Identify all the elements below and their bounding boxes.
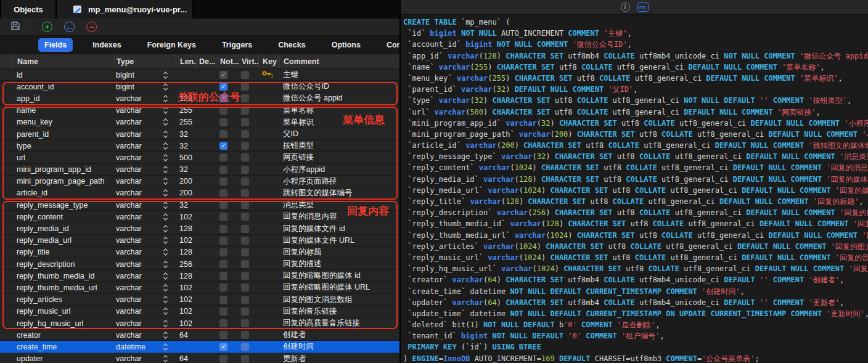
cell-comment[interactable]: 回复的音乐链接 [279, 306, 399, 317]
cell-field-type[interactable]: varchar [114, 224, 176, 233]
not-null-checkbox[interactable] [219, 237, 227, 245]
table-row[interactable]: mini_program_app_idvarchar32小程序appid [0, 164, 399, 176]
cell-comment[interactable]: 回复的描述 [279, 259, 399, 269]
cell-comment[interactable]: 创建者 [279, 330, 399, 340]
cell-field-type[interactable]: varchar [114, 283, 176, 292]
not-null-checkbox[interactable] [219, 166, 227, 174]
type-stepper-icon[interactable] [163, 307, 168, 316]
cell-field-type[interactable]: varchar [114, 331, 176, 340]
cell-length[interactable]: 32 [176, 142, 196, 150]
type-stepper-icon[interactable] [163, 248, 168, 256]
cell-comment[interactable]: 创建时间 [279, 341, 399, 352]
cell-comment[interactable]: 菜单标识 [279, 117, 399, 128]
virtual-checkbox[interactable] [241, 319, 249, 327]
cell-length[interactable]: 102 [176, 319, 196, 328]
type-stepper-icon[interactable] [163, 354, 168, 363]
cell-field-name[interactable]: reply_content [11, 213, 114, 221]
tab-triggers[interactable]: Triggers [216, 38, 258, 52]
cell-comment[interactable]: 跳转图文的媒体编号 [279, 188, 399, 198]
cell-comment[interactable]: 回复的图文消息数组 [279, 295, 399, 305]
cell-length[interactable]: 200 [176, 189, 196, 197]
cell-field-type[interactable]: bigint [114, 83, 176, 91]
cell-comment[interactable]: 网页链接 [279, 152, 399, 163]
cell-field-name[interactable]: id [11, 71, 114, 80]
table-row[interactable]: typevarchar32✓按钮类型 [0, 140, 399, 152]
virtual-checkbox[interactable] [241, 71, 249, 79]
not-null-checkbox[interactable] [219, 308, 227, 316]
virtual-checkbox[interactable] [241, 94, 249, 102]
cell-comment[interactable]: 父ID [279, 129, 399, 139]
cell-length[interactable]: 128 [176, 272, 196, 280]
column-header-de[interactable]: De... [196, 54, 218, 68]
table-row[interactable]: reply_music_urlvarchar102回复的音乐链接 [0, 306, 399, 317]
cell-field-name[interactable]: creator [11, 331, 114, 340]
not-null-checkbox[interactable] [219, 177, 227, 186]
cell-comment[interactable]: 回复的媒体文件 URL [279, 235, 399, 246]
not-null-checkbox[interactable]: ✓ [219, 71, 227, 79]
type-stepper-icon[interactable] [163, 189, 168, 197]
not-null-checkbox[interactable]: ✓ [219, 343, 227, 351]
cell-length[interactable]: 102 [176, 283, 196, 292]
cell-comment[interactable]: 按钮类型 [279, 141, 399, 151]
cell-length[interactable]: 64 [176, 331, 196, 340]
not-null-checkbox[interactable] [219, 130, 227, 138]
column-header-len[interactable]: Len... [176, 54, 196, 68]
table-row[interactable]: namevarchar255菜单名称 [0, 105, 399, 116]
cell-length[interactable]: 128 [176, 94, 196, 103]
virtual-checkbox[interactable] [241, 83, 249, 91]
not-null-checkbox[interactable]: ✓ [219, 83, 227, 91]
cell-field-name[interactable]: reply_thumb_media_url [11, 283, 114, 292]
table-row[interactable]: mini_program_page_pathvarchar200小程序页面路径 [0, 176, 399, 187]
cell-comment[interactable]: 回复的缩略图的媒体 URL [279, 282, 399, 293]
cell-length[interactable]: 128 [176, 248, 196, 256]
column-header-virt[interactable]: Virt... [239, 54, 258, 68]
insert-field-button[interactable]: ← [64, 22, 75, 32]
not-null-checkbox[interactable] [219, 260, 227, 268]
table-row[interactable]: reply_hq_music_urlvarchar102回复的高质量音乐链接 [0, 317, 399, 329]
table-row[interactable]: creatorvarchar64创建者 [0, 329, 399, 341]
virtual-checkbox[interactable] [241, 248, 249, 256]
virtual-checkbox[interactable] [241, 130, 249, 138]
table-row[interactable]: reply_message_typevarchar32消息类型 [0, 199, 399, 211]
virtual-checkbox[interactable] [241, 225, 249, 233]
cell-comment[interactable]: 回复的消息内容 [279, 211, 399, 222]
type-stepper-icon[interactable] [163, 213, 168, 221]
cell-comment[interactable]: 微信公众号 appid [279, 93, 399, 104]
virtual-checkbox[interactable] [241, 308, 249, 316]
cell-comment[interactable]: 回复的缩略图的媒体 id [279, 271, 399, 281]
cell-length[interactable]: 64 [176, 354, 196, 363]
cell-field-type[interactable]: varchar [114, 295, 176, 304]
virtual-checkbox[interactable] [241, 142, 249, 150]
cell-field-name[interactable]: create_time [11, 343, 114, 351]
cell-field-type[interactable]: varchar [114, 236, 176, 245]
type-stepper-icon[interactable] [163, 236, 168, 245]
cell-field-name[interactable]: article_id [11, 189, 114, 197]
type-stepper-icon[interactable] [163, 142, 168, 150]
table-row[interactable]: reply_contentvarchar102回复的消息内容 [0, 211, 399, 222]
virtual-checkbox[interactable] [241, 153, 249, 161]
cell-field-name[interactable]: mini_program_page_path [11, 177, 114, 186]
cell-length[interactable]: 128 [176, 224, 196, 233]
cell-comment[interactable]: 菜单名称 [279, 105, 399, 116]
cell-field-type[interactable]: varchar [114, 260, 176, 269]
table-row[interactable]: account_idbigint✓微信公众号ID [0, 81, 399, 92]
not-null-checkbox[interactable] [219, 225, 227, 233]
column-header-type[interactable]: Type [114, 54, 176, 68]
type-stepper-icon[interactable] [163, 106, 168, 115]
type-stepper-icon[interactable] [163, 118, 168, 126]
cell-field-name[interactable]: type [11, 142, 114, 150]
cell-comment[interactable]: 消息类型 [279, 200, 399, 210]
cell-field-type[interactable]: varchar [114, 177, 176, 186]
virtual-checkbox[interactable] [241, 118, 249, 126]
tab-indexes[interactable]: Indexes [86, 38, 128, 52]
tab-mp-menu[interactable]: mp_menu@ruoyi-vue-pr... [57, 0, 194, 18]
virtual-checkbox[interactable] [241, 237, 249, 245]
table-row[interactable]: reply_descriptionvarchar256回复的描述 [0, 258, 399, 270]
cell-comment[interactable]: 小程序页面路径 [279, 176, 399, 187]
virtual-checkbox[interactable] [241, 272, 249, 280]
not-null-checkbox[interactable] [219, 248, 227, 256]
virtual-checkbox[interactable] [241, 343, 249, 351]
cell-field-type[interactable]: bigint [114, 71, 176, 80]
add-field-button[interactable]: + [42, 22, 52, 32]
cell-field-name[interactable]: reply_message_type [11, 201, 114, 210]
